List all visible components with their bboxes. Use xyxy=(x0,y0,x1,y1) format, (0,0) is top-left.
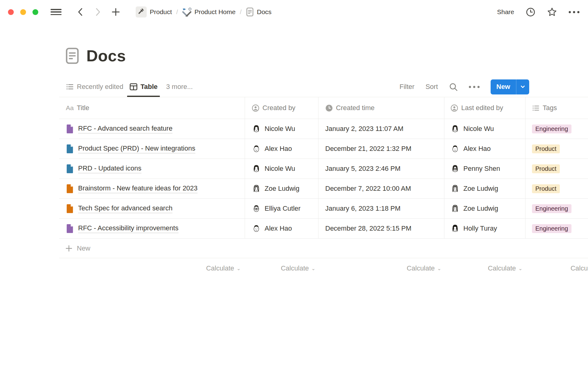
sidebar-menu-icon[interactable] xyxy=(51,8,62,16)
person-name: Elliya Cutler xyxy=(265,205,300,213)
row-tags-cell[interactable]: Product xyxy=(526,159,588,178)
row-last-edited-by-cell[interactable]: Holly Turay xyxy=(444,219,526,238)
tag-badge: Product xyxy=(532,184,560,193)
row-last-edited-by-cell[interactable]: Nicole Wu xyxy=(444,119,526,139)
column-header-title[interactable]: Aa Title xyxy=(59,97,245,119)
avatar xyxy=(252,124,261,133)
plus-icon xyxy=(111,8,120,16)
row-created-time-cell[interactable]: January 6, 2023 1:18 PM xyxy=(318,199,444,218)
row-tags-cell[interactable]: Product xyxy=(526,139,588,159)
back-button[interactable] xyxy=(75,7,85,17)
row-created-time-cell[interactable]: January 5, 2023 2:46 PM xyxy=(318,159,444,178)
more-options-button[interactable] xyxy=(569,11,579,13)
updates-button[interactable] xyxy=(526,7,535,17)
row-created-by-cell[interactable]: Elliya Cutler xyxy=(245,199,318,218)
breadcrumb-item-product[interactable]: Product xyxy=(133,5,174,19)
row-tags-cell[interactable]: Engineering xyxy=(526,219,588,238)
row-title-cell[interactable]: RFC - Accessibility improvements xyxy=(59,219,245,238)
row-created-by-cell[interactable]: Nicole Wu xyxy=(245,119,318,139)
breadcrumb: Product / Product Home / Docs xyxy=(133,5,274,19)
calculate-created-time[interactable]: Calculate⌄ xyxy=(318,258,444,278)
row-title-cell[interactable]: Brainstorm - New feature ideas for 2023 xyxy=(59,179,245,198)
hammer-wrench-icon xyxy=(182,7,191,17)
row-tags-cell[interactable]: Product xyxy=(526,179,588,198)
row-created-time-cell[interactable]: December 21, 2022 1:32 PM xyxy=(318,139,444,159)
calculate-created-by[interactable]: Calculate⌄ xyxy=(245,258,318,278)
sort-button[interactable]: Sort xyxy=(425,83,438,91)
tag-badge: Engineering xyxy=(532,224,571,233)
row-created-by-cell[interactable]: Zoe Ludwig xyxy=(245,179,318,198)
table-row: Tech Spec for advanced search Elliya Cut… xyxy=(59,199,588,219)
row-created-by-cell[interactable]: Nicole Wu xyxy=(245,159,318,178)
row-created-time-cell[interactable]: December 7, 2022 10:00 AM xyxy=(318,179,444,198)
close-window-button[interactable] xyxy=(8,9,14,15)
table-row: PRD - Updated icons Nicole Wu January 5,… xyxy=(59,159,588,179)
page-link[interactable]: Product Spec (PRD) - New integrations xyxy=(78,144,195,153)
tab-table[interactable]: Table xyxy=(126,77,161,97)
avatar xyxy=(450,224,460,233)
minimize-window-button[interactable] xyxy=(20,9,26,15)
created-time-value: January 5, 2023 2:46 PM xyxy=(325,165,401,173)
column-header-tags[interactable]: Tags xyxy=(526,97,588,119)
search-button[interactable] xyxy=(449,82,458,91)
row-last-edited-by-cell[interactable]: Penny Shen xyxy=(444,159,526,178)
column-header-created-time[interactable]: Created time xyxy=(318,97,444,119)
page-title[interactable]: Docs xyxy=(86,47,126,65)
page-link[interactable]: RFC - Accessibility improvements xyxy=(78,224,179,233)
person-name: Penny Shen xyxy=(463,165,500,173)
tab-recently-edited[interactable]: Recently edited xyxy=(63,77,126,97)
zoom-window-button[interactable] xyxy=(32,9,38,15)
document-icon xyxy=(246,7,254,17)
calculate-tags[interactable]: Calculate⌄ xyxy=(526,258,588,278)
forward-button[interactable] xyxy=(93,7,103,17)
person-name: Nicole Wu xyxy=(265,125,295,133)
row-title-cell[interactable]: PRD - Updated icons xyxy=(59,159,245,178)
add-new-row-button[interactable]: New xyxy=(59,239,588,258)
row-created-by-cell[interactable]: Alex Hao xyxy=(245,219,318,238)
page-icon xyxy=(66,184,74,193)
calculate-title[interactable]: Calculate⌄ xyxy=(59,258,245,278)
chevron-right-icon xyxy=(95,7,101,17)
favorite-button[interactable] xyxy=(547,7,557,17)
row-last-edited-by-cell[interactable]: Zoe Ludwig xyxy=(444,199,526,218)
row-title-cell[interactable]: Product Spec (PRD) - New integrations xyxy=(59,139,245,159)
share-button[interactable]: Share xyxy=(497,8,514,16)
page-link[interactable]: Tech Spec for advanced search xyxy=(78,204,172,213)
breadcrumb-separator: / xyxy=(176,9,178,16)
avatar xyxy=(450,204,460,213)
page-link[interactable]: RFC - Advanced search feature xyxy=(78,125,172,133)
person-icon xyxy=(450,104,458,112)
row-tags-cell[interactable]: Engineering xyxy=(526,119,588,139)
breadcrumb-item-docs[interactable]: Docs xyxy=(243,6,274,18)
row-title-cell[interactable]: Tech Spec for advanced search xyxy=(59,199,245,218)
row-created-by-cell[interactable]: Alex Hao xyxy=(245,139,318,159)
page-link[interactable]: PRD - Updated icons xyxy=(78,164,141,173)
row-created-time-cell[interactable]: December 28, 2022 5:15 PM xyxy=(318,219,444,238)
view-options-button[interactable] xyxy=(469,86,480,88)
column-header-created-by[interactable]: Created by xyxy=(245,97,318,119)
new-page-button[interactable] xyxy=(111,7,121,17)
calculate-last-edited-by[interactable]: Calculate⌄ xyxy=(444,258,526,278)
text-icon: Aa xyxy=(66,104,74,112)
filter-button[interactable]: Filter xyxy=(400,83,415,91)
chevron-down-icon: ⌄ xyxy=(311,266,315,271)
page-link[interactable]: Brainstorm - New feature ideas for 2023 xyxy=(78,184,198,193)
tag-badge: Product xyxy=(532,144,560,153)
row-last-edited-by-cell[interactable]: Alex Hao xyxy=(444,139,526,159)
column-label: Tags xyxy=(543,104,557,112)
page-document-icon[interactable] xyxy=(65,47,80,64)
add-new-row-label: New xyxy=(77,244,90,252)
new-button-dropdown[interactable] xyxy=(516,79,529,94)
new-button[interactable]: New xyxy=(491,79,516,94)
view-toolbar: Recently edited Table 3 more... Filter S… xyxy=(63,77,529,97)
row-tags-cell[interactable]: Engineering xyxy=(526,199,588,218)
chevron-down-icon: ⌄ xyxy=(437,266,441,271)
person-name: Zoe Ludwig xyxy=(265,185,300,193)
column-header-last-edited-by[interactable]: Last edited by xyxy=(444,97,526,119)
more-views-button[interactable]: 3 more... xyxy=(166,83,193,91)
row-created-time-cell[interactable]: January 2, 2023 11:07 AM xyxy=(318,119,444,139)
table-body: RFC - Advanced search feature Nicole Wu … xyxy=(59,119,588,239)
breadcrumb-item-product-home[interactable]: Product Home xyxy=(180,6,238,18)
row-last-edited-by-cell[interactable]: Zoe Ludwig xyxy=(444,179,526,198)
row-title-cell[interactable]: RFC - Advanced search feature xyxy=(59,119,245,139)
